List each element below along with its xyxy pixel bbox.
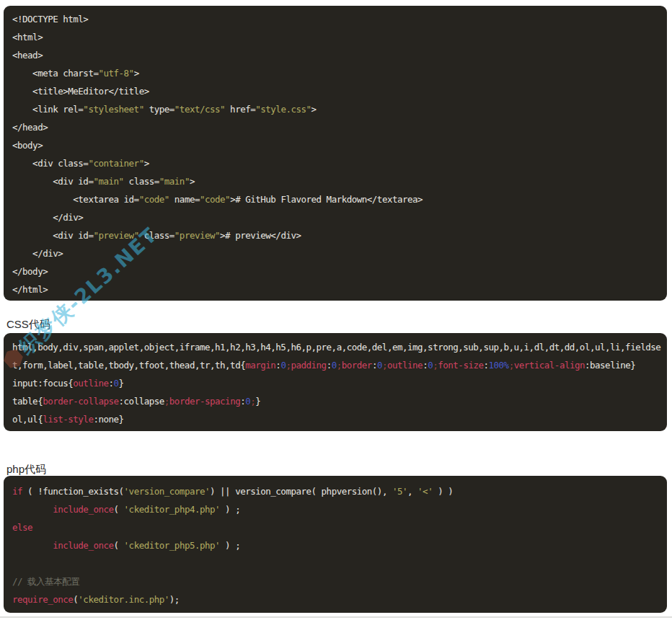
code-line: if ( !function_exists('version_compare')…	[12, 482, 663, 500]
code-line: else	[12, 518, 663, 536]
code-line: </div>	[12, 244, 663, 262]
code-line: <textarea id="code" name="code"># GitHub…	[12, 190, 663, 208]
code-line: html,body,div,span,applet,object,iframe,…	[12, 338, 663, 356]
html-code-block: <!DOCTYPE html><html><head> <meta charst…	[4, 6, 667, 301]
code-line: input:focus{outline:0}	[12, 374, 663, 392]
code-line: table{border-collapse:collapse;border-sp…	[12, 392, 663, 410]
code-line: require_once('ckeditor.inc.php');	[12, 590, 663, 608]
css-code-block: html,body,div,span,applet,object,iframe,…	[4, 333, 667, 431]
code-line: <title>MeEditor</title>	[12, 82, 663, 100]
code-line: <link rel="stylesheet" type="text/css" h…	[12, 100, 663, 118]
code-line: // 载入基本配置	[12, 572, 663, 590]
code-line: <meta charst="utf-8">	[12, 64, 663, 82]
bottom-divider	[0, 616, 672, 618]
php-code-block: if ( !function_exists('version_compare')…	[4, 476, 667, 613]
code-line: </html>	[12, 280, 663, 298]
code-line	[12, 554, 663, 572]
code-line: include_once( 'ckeditor_php5.php' ) ;	[12, 536, 663, 554]
code-line: </body>	[12, 262, 663, 280]
code-line: </head>	[12, 118, 663, 136]
code-line: <html>	[12, 28, 663, 46]
code-line: <head>	[12, 46, 663, 64]
code-line: </div>	[12, 208, 663, 226]
article-body: <!DOCTYPE html><html><head> <meta charst…	[0, 0, 672, 620]
code-line: <div id="preview" class="preview"># prev…	[12, 226, 663, 244]
code-line: <div class="container">	[12, 154, 663, 172]
code-line: <body>	[12, 136, 663, 154]
css-section-label: CSS代码	[6, 317, 50, 331]
code-line: t,form,label,table,tbody,tfoot,thead,tr,…	[12, 356, 663, 374]
code-line: <!DOCTYPE html>	[12, 10, 663, 28]
code-line: ol,ul{list-style:none}	[12, 410, 663, 428]
code-line: <div id="main" class="main">	[12, 172, 663, 190]
php-section-label: php代码	[6, 462, 46, 476]
code-line: include_once( 'ckeditor_php4.php' ) ;	[12, 500, 663, 518]
